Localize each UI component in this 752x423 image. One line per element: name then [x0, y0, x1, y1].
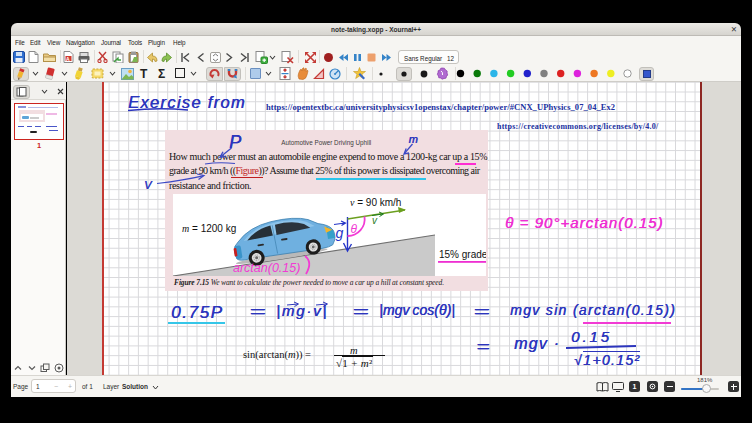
svg-text:15% grade: 15% grade — [439, 249, 486, 260]
svg-text:g: g — [336, 225, 344, 241]
svg-text:A: A — [66, 56, 70, 62]
svg-text:arctan(0.15): arctan(0.15) — [233, 261, 300, 275]
svg-text:m = 1200 kg: m = 1200 kg — [182, 223, 236, 234]
svg-text:v = 90 km/h: v = 90 km/h — [350, 197, 401, 208]
svg-text:θ: θ — [351, 222, 358, 236]
